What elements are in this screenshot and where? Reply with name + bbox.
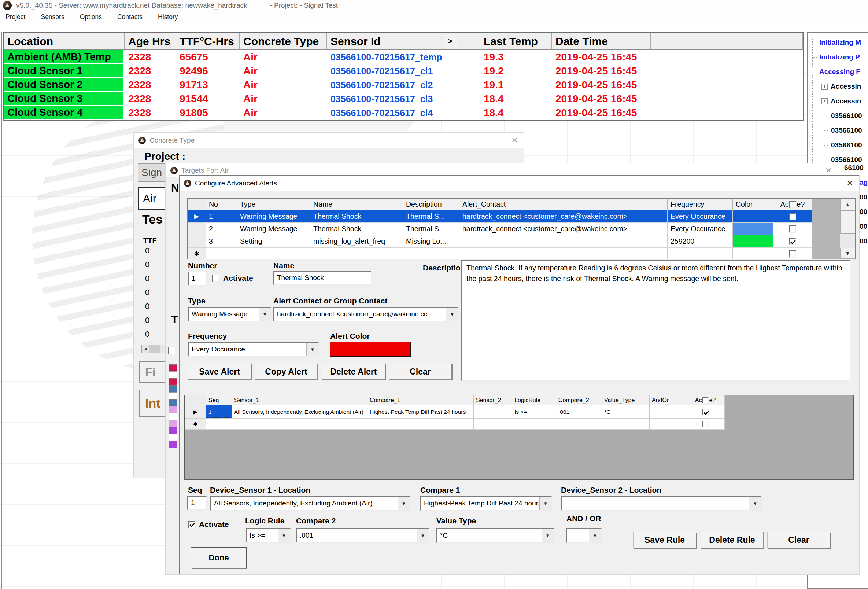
tree-item[interactable]: Initializing M (807, 35, 868, 50)
menu-sensors[interactable]: Sensors (41, 13, 64, 21)
save-rule-button[interactable]: Save Rule (633, 532, 696, 548)
column-header[interactable]: AndOr (650, 395, 686, 405)
save-alert-button[interactable]: Save Alert (188, 364, 251, 380)
scroll-thumb[interactable] (149, 345, 161, 352)
tree-item[interactable]: Initializing P (807, 50, 868, 65)
color-swatch[interactable] (169, 406, 177, 413)
tree-expand-icon[interactable]: + (821, 98, 828, 105)
row-selector[interactable] (187, 223, 206, 235)
alert-row[interactable]: 3Settingmissing_log_alert_freqMissing Lo… (187, 235, 855, 248)
color-swatch[interactable] (169, 371, 177, 378)
scroll-thumb[interactable] (840, 210, 855, 234)
dropdown-arrow-icon[interactable]: ▼ (446, 308, 458, 321)
column-header[interactable]: > (443, 33, 457, 49)
rule-row[interactable]: ▶1All Sensors, Independently, Excluding … (185, 405, 853, 419)
scroll-up-icon[interactable]: ▲ (840, 199, 855, 210)
column-header[interactable]: Sensor Id (327, 33, 443, 49)
column-header[interactable]: Ace? (773, 199, 812, 210)
select-all-checkbox[interactable] (702, 397, 709, 404)
seq-field[interactable]: 1 (187, 496, 207, 510)
delete-alert-button[interactable]: Delete Alert (322, 364, 385, 380)
delete-rule-button[interactable]: Delete Rule (701, 532, 763, 548)
tree-item[interactable]: 03566100 (807, 138, 868, 152)
column-header[interactable]: Type (237, 199, 310, 210)
expand-columns-button[interactable]: > (444, 35, 457, 48)
column-header[interactable]: Description (403, 199, 459, 210)
column-header[interactable]: Sensor_1 (232, 395, 368, 405)
column-header[interactable]: No (206, 199, 237, 210)
clear-button[interactable]: Clear (767, 532, 830, 548)
select-all-checkbox[interactable] (789, 201, 797, 208)
type-select[interactable]: Warning Message ▼ (188, 307, 272, 321)
column-header[interactable]: Frequency (667, 199, 733, 210)
sensor-row[interactable]: Cloud Sensor 4232891805Air03566100-70215… (4, 106, 803, 120)
column-header[interactable]: Sensor_2 (474, 395, 512, 405)
column-header[interactable]: TTF°C-Hrs (176, 33, 240, 49)
active-checkbox[interactable] (702, 408, 709, 415)
menu-project[interactable]: Project (6, 13, 25, 21)
compare2-select[interactable]: .001 ▼ (296, 528, 430, 543)
scroll-left-icon[interactable]: ◄ (142, 346, 149, 352)
menu-contacts[interactable]: Contacts (117, 13, 143, 21)
dropdown-arrow-icon[interactable]: ▼ (539, 497, 551, 510)
column-header[interactable] (651, 33, 803, 49)
row-selector[interactable]: ✱ (185, 419, 206, 429)
contact-select[interactable]: hardtrack_connect <customer_care@wakeinc… (273, 307, 459, 321)
rule-activate-checkbox[interactable] (188, 521, 196, 528)
column-header[interactable]: Concrete Type (240, 33, 327, 49)
column-header[interactable]: Age Hrs (125, 33, 176, 49)
color-swatch[interactable] (169, 434, 177, 441)
color-swatch[interactable] (169, 420, 177, 427)
column-header[interactable]: Seq (206, 395, 232, 405)
name-field[interactable]: Thermal Shock (273, 271, 372, 285)
menu-history[interactable]: History (158, 13, 178, 21)
value-type-select[interactable]: °C ▼ (436, 528, 554, 543)
close-icon[interactable]: ✕ (825, 166, 832, 175)
sensor-row[interactable]: Cloud Sensor 3232891544Air03566100-70215… (4, 92, 803, 106)
column-header[interactable]: Name (310, 199, 403, 210)
sensor-row[interactable]: Cloud Sensor 2232891713Air03566100-70215… (4, 78, 803, 92)
column-header[interactable]: Value_Type (602, 395, 650, 405)
color-swatch[interactable] (169, 441, 177, 448)
active-checkbox[interactable] (789, 250, 796, 258)
sensor-row[interactable]: Cloud Sensor 1232892496Air03566100-70215… (4, 64, 803, 78)
close-icon[interactable]: ✕ (511, 136, 518, 145)
dropdown-arrow-icon[interactable]: ▼ (259, 308, 271, 321)
alert-row[interactable]: 2Warning MessageThermal ShockThermal S..… (187, 223, 855, 235)
tree-item[interactable]: +Accessin (807, 79, 868, 94)
column-header[interactable]: Location (4, 33, 125, 49)
column-header[interactable]: Last Temp (480, 33, 552, 49)
sensor-row[interactable]: Ambient (AMB) Temp232865675Air03566100-7… (4, 50, 803, 64)
scroll-down-icon[interactable]: ▼ (840, 248, 855, 259)
active-checkbox[interactable] (702, 421, 709, 428)
description-field[interactable]: Thermal Shock. If any temperature Readin… (461, 260, 850, 381)
tree-item[interactable]: 03566100 (807, 108, 868, 123)
copy-alert-button[interactable]: Copy Alert (255, 364, 318, 380)
color-swatch[interactable] (169, 364, 177, 371)
dropdown-arrow-icon[interactable]: ▼ (278, 529, 290, 542)
alerts-grid-scrollbar[interactable]: ▲▼ (840, 199, 855, 259)
row-selector[interactable]: ▶ (187, 210, 206, 223)
column-header[interactable]: Compare_1 (368, 395, 474, 405)
column-header[interactable]: Date Time (552, 33, 651, 49)
horizontal-scrollbar[interactable]: ◄ (142, 345, 169, 353)
dropdown-arrow-icon[interactable]: ▼ (397, 497, 410, 510)
compare1-select[interactable]: Highest-Peak Temp Diff Past 24 hours ▼ (420, 496, 552, 511)
row-selector[interactable]: ▶ (185, 405, 206, 419)
tree-item[interactable]: -Accessing F (807, 65, 868, 79)
dropdown-arrow-icon[interactable]: ▼ (589, 529, 601, 542)
close-icon[interactable]: ✕ (846, 179, 853, 188)
column-header[interactable]: LogicRule (512, 395, 556, 405)
color-swatch[interactable] (169, 427, 177, 434)
targets-checkbox[interactable] (168, 347, 176, 354)
column-header[interactable]: Ace? (686, 395, 725, 405)
tree-item[interactable]: 03566100 (807, 123, 868, 138)
number-field[interactable]: 1 (188, 272, 207, 286)
dropdown-arrow-icon[interactable]: ▼ (416, 529, 429, 542)
active-checkbox[interactable] (789, 238, 796, 245)
active-checkbox[interactable] (789, 213, 796, 220)
column-header[interactable] (457, 33, 480, 49)
dropdown-arrow-icon[interactable]: ▼ (306, 343, 318, 356)
row-selector[interactable]: ✱ (187, 248, 206, 259)
color-swatch[interactable] (169, 378, 177, 385)
